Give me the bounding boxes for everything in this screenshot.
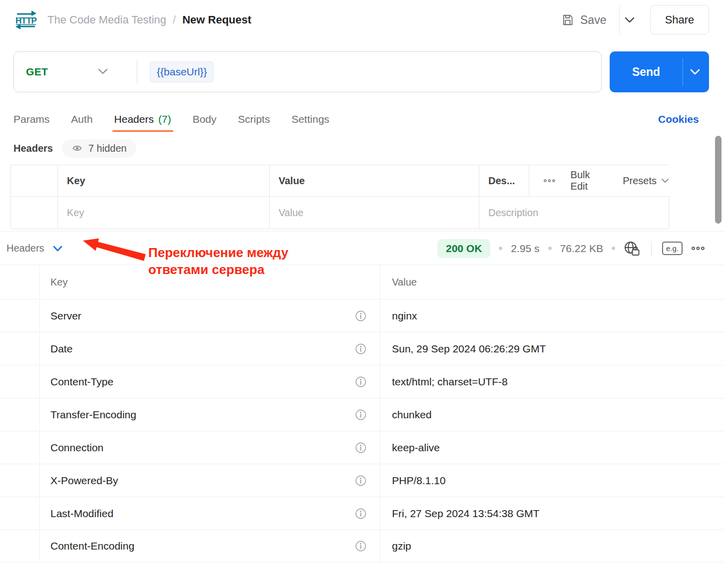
chevron-down-icon (52, 245, 63, 252)
response-header-value: PHP/8.1.10 (392, 475, 445, 487)
response-header-row: Transfer-Encoding chunked (0, 398, 724, 431)
response-row-gutter (0, 365, 40, 398)
example-button[interactable]: e.g. (662, 242, 683, 255)
tab-auth[interactable]: Auth (71, 113, 92, 125)
response-row-gutter (0, 299, 40, 332)
network-info-button[interactable] (624, 241, 641, 257)
response-row-gutter (0, 530, 40, 562)
dot-separator (548, 247, 552, 250)
response-time[interactable]: 2.95 s (511, 243, 539, 255)
response-header-row: Server nginx (0, 299, 724, 332)
request-headers-table: Key Value Des... Bulk Edit Presets (10, 165, 669, 229)
info-icon[interactable] (355, 507, 367, 520)
column-description: Des... (479, 165, 529, 196)
request-tabs: Params Auth Headers(7) Body Scripts Sett… (13, 106, 330, 132)
response-row-gutter (0, 431, 40, 464)
hidden-headers-label: 7 hidden (88, 143, 127, 154)
response-row-gutter (0, 464, 40, 497)
chevron-down-icon (661, 178, 669, 184)
response-header-value: text/html; charset=UTF-8 (392, 376, 508, 388)
toolbar-divider (651, 241, 652, 256)
response-header-key: Connection (50, 442, 103, 454)
breadcrumb: The Code Media Testing / New Request (47, 0, 251, 40)
response-view-selector[interactable]: Headers (6, 232, 63, 265)
info-icon[interactable] (355, 342, 367, 355)
breadcrumb-separator: / (173, 13, 176, 26)
tab-settings[interactable]: Settings (292, 113, 330, 125)
response-header-value: Sun, 29 Sep 2024 06:26:29 GMT (392, 343, 546, 355)
headers-count-badge: (7) (158, 113, 171, 125)
response-header-key: Server (50, 310, 81, 322)
send-options-button[interactable] (689, 68, 702, 76)
response-more-options-button[interactable] (691, 246, 705, 251)
cookies-link[interactable]: Cookies (658, 106, 699, 132)
response-table-header: Key Value (0, 265, 724, 299)
top-bar: HTTP The Code Media Testing / New Reques… (0, 0, 724, 40)
response-column-key: Key (50, 277, 67, 288)
url-input[interactable]: {{baseUrl}} (137, 52, 601, 92)
method-label: GET (26, 66, 48, 78)
value-input[interactable] (270, 207, 479, 219)
tab-headers[interactable]: Headers(7) (114, 113, 171, 125)
response-header-value: nginx (392, 310, 417, 322)
response-header-row: Content-Encoding gzip (0, 530, 724, 563)
tab-params[interactable]: Params (13, 113, 49, 125)
response-row-gutter (0, 398, 40, 431)
request-headers-header: Headers 7 hidden (13, 138, 136, 158)
info-icon[interactable] (355, 375, 367, 388)
globe-lock-icon (624, 241, 641, 257)
info-icon[interactable] (355, 540, 367, 553)
svg-text:HTTP: HTTP (15, 16, 37, 25)
description-input[interactable] (479, 207, 669, 219)
send-button[interactable]: Send (610, 51, 709, 92)
breadcrumb-request-name[interactable]: New Request (182, 13, 251, 26)
response-header-row: Last-Modified Fri, 27 Sep 2024 13:54:38 … (0, 497, 724, 530)
bulk-edit-button[interactable]: Bulk Edit (571, 169, 608, 192)
info-icon[interactable] (355, 309, 367, 322)
topbar-divider (619, 5, 620, 35)
response-header-value: Fri, 27 Sep 2024 13:54:38 GMT (392, 508, 539, 520)
dot-separator (499, 247, 502, 250)
chevron-down-icon (97, 67, 109, 75)
response-header-row: Date Sun, 29 Sep 2024 06:26:29 GMT (0, 332, 724, 365)
response-row-gutter (0, 265, 40, 299)
more-options-icon (691, 246, 705, 251)
tab-body[interactable]: Body (193, 113, 217, 125)
send-button-divider (683, 58, 683, 85)
vertical-scrollbar-thumb[interactable] (715, 136, 722, 224)
save-options-button[interactable] (624, 0, 635, 40)
info-icon[interactable] (355, 441, 367, 454)
save-button[interactable]: Save (561, 0, 606, 40)
response-header-value: gzip (392, 540, 411, 552)
eye-icon (71, 144, 83, 153)
response-header-key: Last-Modified (50, 508, 113, 520)
status-badge[interactable]: 200 OK (437, 239, 490, 258)
response-meta: 200 OK 2.95 s 76.22 KB e.g. (437, 232, 705, 265)
share-label: Share (665, 13, 695, 26)
info-icon[interactable] (355, 474, 367, 487)
response-header-value: chunked (392, 409, 431, 421)
response-header-key: Date (50, 343, 72, 355)
url-variable-chip[interactable]: {{baseUrl}} (150, 61, 214, 82)
breadcrumb-collection[interactable]: The Code Media Testing (47, 13, 166, 26)
request-headers-input-row (10, 197, 669, 229)
response-header-key: Content-Encoding (50, 540, 134, 552)
tab-scripts[interactable]: Scripts (238, 113, 270, 125)
response-header-row: Content-Type text/html; charset=UTF-8 (0, 365, 724, 398)
response-row-gutter (0, 497, 40, 530)
method-selector[interactable]: GET (14, 52, 137, 92)
response-row-gutter (0, 332, 40, 365)
more-options-icon[interactable] (543, 178, 556, 183)
row-checkbox-cell (10, 197, 57, 229)
presets-dropdown[interactable]: Presets (623, 175, 669, 187)
info-icon[interactable] (355, 408, 367, 421)
key-input[interactable] (58, 207, 269, 219)
hidden-headers-toggle[interactable]: 7 hidden (62, 139, 136, 158)
response-size[interactable]: 76.22 KB (560, 243, 603, 255)
chevron-down-icon (624, 16, 635, 23)
dot-separator (612, 247, 615, 250)
save-icon (561, 13, 574, 26)
response-header-key: X-Powered-By (50, 475, 118, 487)
checkbox-column (10, 165, 57, 196)
share-button[interactable]: Share (650, 5, 709, 34)
